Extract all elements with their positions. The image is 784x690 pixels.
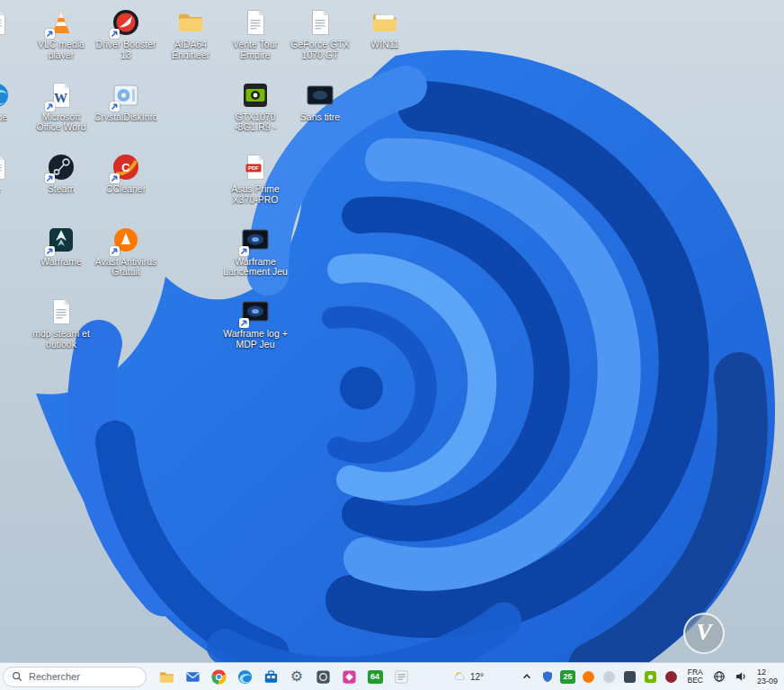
doc-icon xyxy=(0,7,12,38)
tray-nvidia-tray-icon[interactable] xyxy=(642,666,660,687)
shortcut-arrow-icon xyxy=(45,102,55,111)
desktop-icon-label: CCleaner xyxy=(106,184,146,195)
desktop-icon-label: VLC media player xyxy=(29,40,94,60)
desktop-icon-label: AIDA64 Engineer Portable xyxy=(158,40,223,60)
taskbar-edge-button[interactable] xyxy=(233,665,256,688)
desktop-icon-label: Avast Antivirus Gratuit xyxy=(94,257,158,278)
watermark-v-logo: V xyxy=(683,613,725,654)
desktop-icon-aida64-engineer-portable[interactable]: AIDA64 Engineer Portable xyxy=(158,7,223,60)
windows-desktop: CEdgeileVLC media playerDriver Booster 1… xyxy=(0,0,784,690)
shortcut-arrow-icon xyxy=(45,173,55,183)
taskbar: Rechercher ⚙64 12° 25 FRA BEC xyxy=(0,662,784,690)
taskbar-settings-button[interactable]: ⚙ xyxy=(285,665,308,688)
system-tray: 25 FRA BEC 12 23-09 xyxy=(518,666,784,687)
aida64-badge: 64 xyxy=(368,670,383,684)
tray-aida-temp-icon[interactable]: 25 xyxy=(559,666,577,687)
tray-hidden-icons-icon[interactable] xyxy=(518,666,536,687)
language-indicator[interactable]: FRA BEC xyxy=(688,668,703,686)
watermark-letter: V xyxy=(696,619,711,646)
word-icon: W xyxy=(46,80,76,111)
desktop-icon-partial-top-left[interactable]: C xyxy=(0,7,29,50)
shortcut-arrow-icon xyxy=(239,318,249,328)
doc-icon xyxy=(240,7,271,38)
shortcut-arrow-icon xyxy=(239,246,249,256)
desktop-icon-label: Asus Prime X370-PRO xyxy=(223,184,288,205)
doc-icon xyxy=(305,7,335,38)
shortcut-arrow-icon xyxy=(45,29,55,39)
desktop-icon-label: GTX1070 -8G1.R9 -Win11 -8Gb D... xyxy=(223,112,288,133)
shortcut-arrow-icon xyxy=(110,29,120,39)
desktop-icon-warframe[interactable]: Warframe xyxy=(29,225,94,268)
desktop-icon-label: WIN11 xyxy=(370,40,398,50)
tray-red-tray-icon[interactable] xyxy=(663,666,681,687)
weather-temp: 12° xyxy=(470,672,484,682)
desktop-icon-avast-antivirus-gratuit[interactable]: Avast Antivirus Gratuit xyxy=(94,225,158,278)
desktop-icons: CEdgeileVLC media playerDriver Booster 1… xyxy=(0,0,784,662)
taskbar-aida64-button[interactable]: 64 xyxy=(363,665,387,688)
tray-icons: 25 xyxy=(518,666,681,687)
desktop-icon-vlc-media-player[interactable]: VLC media player xyxy=(29,7,94,60)
taskbar-gray-app-button[interactable] xyxy=(311,665,334,688)
shortcut-arrow-icon xyxy=(110,102,120,111)
shortcut-arrow-icon xyxy=(45,246,55,256)
desktop-icon-partial-edge[interactable]: Edge xyxy=(0,80,29,123)
driverbooster-icon xyxy=(111,7,141,38)
desktop-icon-label: mdp steam et outlook xyxy=(29,329,94,349)
desktop-icon-label: Microsoft Office Word xyxy=(29,112,94,133)
desktop-icon-mdp-steam-et-outlook[interactable]: mdp steam et outlook xyxy=(29,296,94,349)
tray-dark-tray-icon[interactable] xyxy=(621,666,639,687)
taskbar-light-app-button[interactable] xyxy=(389,665,413,688)
weather-widget[interactable]: 12° xyxy=(454,670,484,683)
gear-icon: ⚙ xyxy=(290,669,303,684)
svg-text:C: C xyxy=(121,161,130,174)
desktop-icon-partial-file[interactable]: ile xyxy=(0,152,29,195)
desktop-icon-label: CrystalDiskInfo xyxy=(94,112,158,123)
desktop-icon-sans-titre[interactable]: Sans titre xyxy=(288,80,352,123)
tray-avast-tray-icon[interactable] xyxy=(580,666,598,687)
desktop-icon-label: Steam xyxy=(48,184,75,195)
crystal-icon xyxy=(111,80,141,111)
volume-icon[interactable] xyxy=(732,666,750,687)
nvidia-icon xyxy=(240,80,271,111)
weather-icon xyxy=(454,670,467,683)
taskbar-mail-app-button[interactable] xyxy=(181,665,204,688)
desktop-icon-geforce-gtx-1070[interactable]: GeForce GTX 1070 GT GAML... xyxy=(288,7,352,60)
tray-security-shield-icon[interactable] xyxy=(539,666,557,687)
search-box[interactable]: Rechercher xyxy=(3,667,147,687)
desktop-icon-asus-prime-x370-pro[interactable]: PDFAsus Prime X370-PRO xyxy=(223,152,288,205)
desktop-icon-warframe-log-mdp-jeu[interactable]: Warframe log + MDP Jeu xyxy=(223,296,288,349)
folder-icon xyxy=(175,7,206,38)
desktop-icon-vente-tour-empire-gaming[interactable]: Vente Tour Empire Gamin... xyxy=(223,7,288,60)
desktop-icon-label: GeForce GTX 1070 GT GAML... xyxy=(288,40,352,60)
system-icons xyxy=(710,666,750,687)
shortcut-arrow-icon xyxy=(110,246,120,256)
desktop-icon-microsoft-office-word[interactable]: WMicrosoft Office Word xyxy=(29,80,94,133)
taskbar-file-explorer-button[interactable] xyxy=(155,665,178,688)
warthumb-icon xyxy=(240,225,271,255)
desktop-icon-ccleaner[interactable]: CCCleaner xyxy=(94,152,158,195)
doc-icon xyxy=(0,152,12,182)
desktop-icon-steam[interactable]: Steam xyxy=(29,152,94,195)
taskbar-pinned-apps: ⚙64 xyxy=(155,665,413,688)
taskbar-pink-app-button[interactable] xyxy=(337,665,361,688)
svg-text:W: W xyxy=(54,91,67,105)
language-line2: BEC xyxy=(688,677,703,686)
tray-cloud-tray-icon[interactable] xyxy=(601,666,619,687)
desktop-icon-label: ile xyxy=(0,184,1,195)
desktop-icon-win11-folder[interactable]: WIN11 xyxy=(352,7,417,50)
steam-icon xyxy=(46,152,76,182)
taskbar-microsoft-store-button[interactable] xyxy=(259,665,282,688)
search-placeholder: Rechercher xyxy=(29,671,80,682)
desktop-icon-gtx1070-8g1-r9-win11[interactable]: GTX1070 -8G1.R9 -Win11 -8Gb D... xyxy=(223,80,288,133)
network-icon[interactable] xyxy=(710,666,728,687)
vlc-icon xyxy=(46,7,76,38)
desktop-icon-crystaldiskinfo[interactable]: CrystalDiskInfo xyxy=(94,80,158,123)
desktop-icon-warframe-lancement-jeu[interactable]: Warframe Lancement Jeu xyxy=(223,225,288,278)
pdf-icon: PDF xyxy=(240,152,271,182)
desktop-icon-label: Driver Booster 13 xyxy=(94,40,158,60)
desktop-icon-label: Edge xyxy=(0,112,7,123)
desktop-icon-driver-booster-13[interactable]: Driver Booster 13 xyxy=(94,7,158,60)
folderfull-icon xyxy=(370,7,400,38)
taskbar-clock[interactable]: 12 23-09 xyxy=(757,668,784,686)
taskbar-chrome-button[interactable] xyxy=(207,665,230,688)
